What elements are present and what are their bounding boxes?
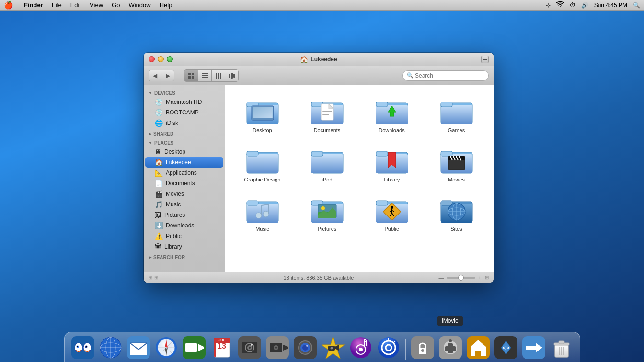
- svg-rect-42: [376, 151, 388, 156]
- dock-finder[interactable]: [70, 335, 95, 360]
- dock-network[interactable]: [98, 335, 123, 360]
- dock-itunes[interactable]: [348, 335, 373, 360]
- folder-graphic-design[interactable]: Graphic Design: [232, 142, 292, 186]
- sidebar-item-downloads[interactable]: ⬇️ Downloads: [145, 220, 223, 231]
- view-list-button[interactable]: [198, 70, 211, 81]
- back-button[interactable]: ◀: [149, 70, 161, 81]
- sidebar-item-library[interactable]: 🏛 Library: [145, 241, 223, 252]
- search-box[interactable]: 🔍: [402, 70, 489, 81]
- folder-sites[interactable]: Sites: [426, 191, 486, 236]
- finder-dock-icon[interactable]: [70, 335, 95, 360]
- imovie-dock-icon[interactable]: [321, 335, 345, 360]
- system-prefs-dock-icon[interactable]: [438, 335, 463, 360]
- zoom-control[interactable]: — + ⊞: [439, 275, 489, 281]
- folder-desktop-icon: [246, 96, 279, 125]
- screenshot-dock-icon[interactable]: [293, 335, 318, 360]
- folder-downloads-icon: [375, 96, 409, 125]
- shared-triangle: ▶: [149, 132, 151, 136]
- svg-rect-35: [247, 154, 278, 173]
- dock-facetime[interactable]: [182, 335, 207, 360]
- datetime[interactable]: Sun 4:45 PM: [594, 2, 627, 9]
- status-icon[interactable]: ⊹: [546, 2, 551, 9]
- zoom-slider[interactable]: [447, 277, 475, 279]
- file-menu[interactable]: File: [52, 1, 62, 9]
- spotlight-icon[interactable]: 🔍: [633, 2, 640, 9]
- folder-ipod[interactable]: iPod: [297, 142, 357, 186]
- go-menu[interactable]: Go: [112, 1, 120, 9]
- finder-menu[interactable]: Finder: [24, 1, 43, 9]
- dock-screenshot[interactable]: [293, 335, 318, 360]
- facetime-dock-icon[interactable]: [182, 335, 207, 360]
- time-machine-icon[interactable]: ⏱: [570, 2, 575, 9]
- folder-games[interactable]: Games: [426, 92, 486, 137]
- dock-imovie[interactable]: [321, 335, 345, 360]
- collapse-button[interactable]: —: [481, 56, 489, 63]
- zoom-thumb[interactable]: [458, 275, 464, 281]
- screen-recorder-dock-icon[interactable]: [265, 335, 290, 360]
- sidebar-item-movies[interactable]: 🎬 Movies: [145, 189, 223, 199]
- help-menu[interactable]: Help: [160, 1, 172, 9]
- svg-point-144: [359, 348, 363, 351]
- minimize-button[interactable]: [158, 56, 164, 62]
- dock-photo-booth[interactable]: [237, 335, 262, 360]
- sidebar-item-applications[interactable]: 📐 Applications: [145, 168, 223, 178]
- photo-booth-dock-icon[interactable]: [237, 335, 262, 360]
- dock-screen-recorder[interactable]: [265, 335, 290, 360]
- sidebar-item-pictures[interactable]: 🖼 Pictures: [145, 210, 223, 220]
- folder-desktop[interactable]: Desktop: [232, 92, 292, 137]
- edit-menu[interactable]: Edit: [70, 1, 81, 9]
- folder-public[interactable]: ! Public: [362, 191, 422, 236]
- dock-keychain[interactable]: [410, 335, 435, 360]
- svg-point-94: [85, 346, 86, 347]
- sidebar-item-music[interactable]: 🎵 Music: [145, 199, 223, 210]
- dock-system-prefs[interactable]: [438, 335, 463, 360]
- view-icon-button[interactable]: [184, 70, 198, 81]
- folder-downloads[interactable]: Downloads: [362, 92, 422, 137]
- quicktime-dock-icon[interactable]: [376, 335, 401, 360]
- folder-library[interactable]: Library: [362, 142, 422, 186]
- trash-dock-icon[interactable]: [549, 335, 574, 360]
- xcode-dock-icon[interactable]: </>: [494, 335, 518, 360]
- itunes-dock-icon[interactable]: [348, 335, 373, 360]
- forward-button[interactable]: ▶: [161, 70, 174, 81]
- dock-safari[interactable]: [154, 335, 179, 360]
- dock-quicktime[interactable]: [376, 335, 401, 360]
- dock-mail[interactable]: [126, 335, 151, 360]
- window-menu[interactable]: Window: [128, 1, 150, 9]
- wifi-icon[interactable]: [556, 1, 564, 9]
- sidebar-item-idisk[interactable]: 🌐 iDisk: [145, 118, 223, 128]
- safari-dock-icon[interactable]: [154, 335, 179, 360]
- hd-icon: 💿: [155, 98, 163, 106]
- view-column-button[interactable]: [211, 70, 225, 81]
- sidebar-item-macintosh-hd[interactable]: 💿 Macintosh HD: [145, 97, 223, 107]
- folder-documents[interactable]: Documents: [297, 92, 357, 137]
- sidebar-item-documents[interactable]: 📄 Documents: [145, 178, 223, 189]
- view-menu[interactable]: View: [90, 1, 103, 9]
- dock-trash[interactable]: [549, 335, 574, 360]
- maximize-button[interactable]: [167, 56, 173, 62]
- sidebar-item-bootcamp[interactable]: 💿 BOOTCAMP: [145, 107, 223, 118]
- close-button[interactable]: [149, 56, 155, 62]
- folder-movies[interactable]: Movies: [426, 142, 486, 186]
- folder-pictures[interactable]: Pictures: [297, 191, 357, 236]
- home-dock-icon[interactable]: [466, 335, 491, 360]
- folder-music[interactable]: Music: [232, 191, 292, 236]
- network-dock-icon[interactable]: [98, 335, 123, 360]
- svg-rect-12: [233, 74, 235, 78]
- sidebar-item-desktop[interactable]: 🖥 Desktop: [145, 147, 223, 157]
- sidebar-item-public[interactable]: ⚠️ Public: [145, 231, 223, 241]
- dock-migration[interactable]: [521, 335, 546, 360]
- search-input[interactable]: [415, 72, 487, 79]
- address-book-dock-icon[interactable]: JUL 13: [209, 335, 234, 360]
- sidebar-item-lukeedee[interactable]: 🏠 Lukeedee: [145, 157, 223, 168]
- volume-icon[interactable]: 🔊: [581, 2, 588, 9]
- migration-dock-icon[interactable]: [521, 335, 546, 360]
- dock-home[interactable]: [466, 335, 491, 360]
- places-header: ▼ PLACES: [144, 137, 225, 147]
- view-coverflow-button[interactable]: [225, 70, 238, 81]
- dock-address-book[interactable]: JUL 13: [209, 335, 234, 360]
- mail-dock-icon[interactable]: [126, 335, 151, 360]
- apple-menu[interactable]: 🍎: [4, 0, 13, 10]
- dock-xcode[interactable]: </>: [494, 335, 518, 360]
- keychain-dock-icon[interactable]: [410, 335, 435, 360]
